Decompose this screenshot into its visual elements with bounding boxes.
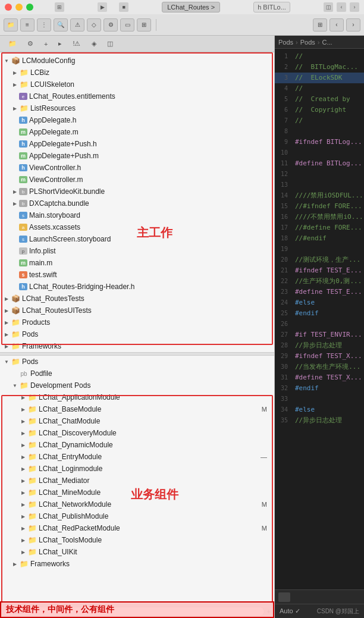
tree-item-pods-nav[interactable]: 📁 Pods xyxy=(0,328,274,340)
maximize-button[interactable] xyxy=(26,4,33,11)
tree-item-pods-frameworks[interactable]: 📁 Frameworks xyxy=(0,558,274,570)
table-btn[interactable]: ⊞ xyxy=(137,18,151,32)
tree-item-redpacketmodule[interactable]: 📁 LChat_RedPacketModule M xyxy=(0,522,274,534)
label-info-plist: Info.plist xyxy=(29,247,56,255)
tree-item-dxcaptcha[interactable]: b DXCaptcha.bundle xyxy=(0,197,274,209)
minimize-button[interactable] xyxy=(15,4,23,11)
tree-item-routestests[interactable]: 📦 LChat_RoutesTests xyxy=(0,293,274,305)
code-line-24: 24 #else xyxy=(275,297,364,308)
list-btn[interactable]: ≡ xyxy=(20,18,34,32)
panel-tab-1[interactable]: 📁 xyxy=(4,39,21,49)
search-btn[interactable]: 🔍 xyxy=(54,18,68,32)
breadcrumb-pods2[interactable]: Pods xyxy=(300,39,315,46)
inspector-btn[interactable]: ‹ xyxy=(330,18,344,32)
chevron-mediator xyxy=(19,476,27,485)
bundle-icon-plshortvideo: b xyxy=(19,188,27,195)
label-pods-section: Pods xyxy=(22,357,38,366)
podfile-icon: pb xyxy=(19,369,29,378)
folder-icon-lcuiskeleton: 📁 xyxy=(19,80,29,89)
breadcrumb-c[interactable]: C... xyxy=(322,39,332,46)
tree-item-networkmodule[interactable]: 📁 LChat_NetworkModule M xyxy=(0,498,274,510)
tree-item-appdelegate-push-m[interactable]: m AppDelegate+Push.m xyxy=(0,150,274,162)
folder-btn[interactable]: 📁 xyxy=(4,18,18,32)
panel-tab-2[interactable]: ⚙ xyxy=(23,39,38,49)
tree-item-assets[interactable]: a Assets.xcassets xyxy=(0,221,274,233)
label-discoverymodule: LChat_DiscoveryModule xyxy=(39,429,117,437)
tree-item-frameworks[interactable]: 📁 Frameworks xyxy=(0,340,274,352)
tree-item-plshortvideo[interactable]: b PLShortVideoKit.bundle xyxy=(0,186,274,197)
tree-item-appdelegate-push-h[interactable]: h AppDelegate+Push.h xyxy=(0,138,274,150)
tree-btn[interactable]: ⋮ xyxy=(37,18,51,32)
tree-item-appmodule[interactable]: 📁 LChat_ApplicationModule xyxy=(0,391,274,403)
tree-item-bridging-header[interactable]: h LChat_Routes-Bridging-Header.h xyxy=(0,281,274,293)
warning-btn[interactable]: ⚠ xyxy=(70,18,84,32)
tree-item-dev-pods[interactable]: 📁 Development Pods xyxy=(0,379,274,391)
storyboard-icon-main: s xyxy=(19,212,27,219)
tree-item-test-swift[interactable]: s test.swift xyxy=(0,269,274,281)
tree-item-entrymodule[interactable]: 📁 LChat_EntryModule — xyxy=(0,451,274,463)
folder-icon-listresources: 📁 xyxy=(19,104,29,112)
panel-tab-3[interactable]: + xyxy=(39,39,52,49)
panel-tab-4[interactable]: ▸ xyxy=(54,39,67,49)
code-editor[interactable]: 1 // 2 // BITLogMac... 3 // ELockSDK 4 /… xyxy=(275,49,364,589)
tree-item-appdelegate-h[interactable]: h AppDelegate.h xyxy=(0,114,274,126)
tree-item-mediator[interactable]: 📁 LChat_Mediator xyxy=(0,475,274,487)
chevron-lcbiz xyxy=(11,68,19,77)
nav-forward[interactable]: › xyxy=(350,2,359,12)
code-line-21: 21 #ifndef TEST_E... xyxy=(275,265,364,276)
tree-item-pods-section[interactable]: 📁 Pods xyxy=(0,356,274,368)
tree-item-discoverymodule[interactable]: 📁 LChat_DiscoveryModule xyxy=(0,427,274,439)
tree-item-lcmoduleconfig[interactable]: 📦 LCModuleConfig xyxy=(0,55,274,67)
tree-item-entitlements[interactable]: e LChat_Routes.entitlements xyxy=(0,90,274,102)
tree-item-chatmodule[interactable]: 📁 LChat_ChatModule xyxy=(0,415,274,427)
rect-btn[interactable]: ▭ xyxy=(120,18,134,32)
tree-item-main-m[interactable]: m main.m xyxy=(0,257,274,269)
tree-item-minemodule[interactable]: 📁 LChat_MineModule xyxy=(0,487,274,498)
close-button[interactable] xyxy=(5,4,12,11)
diamond-btn[interactable]: ◇ xyxy=(87,18,101,32)
bottom-annotation-middleware: 技术组件，中间件，公有组件 xyxy=(0,601,274,618)
window-btn-1[interactable]: ⊞ xyxy=(55,2,64,12)
copyright-label: Copyright xyxy=(311,106,347,114)
code-line-3: 3 // ELockSDK xyxy=(275,73,364,83)
minimap-btn[interactable] xyxy=(278,592,290,602)
tree-item-publishmodule[interactable]: 📁 LChat_PublishModule xyxy=(0,510,274,522)
tree-item-dynamicmodule[interactable]: 📁 LChat_DynamicModule xyxy=(0,439,274,451)
grid-btn[interactable]: ⊞ xyxy=(313,18,327,32)
chevron-dev-pods xyxy=(11,381,19,390)
tree-item-basemodule[interactable]: 📁 LChat_BaseModule M xyxy=(0,403,274,415)
tree-item-uikit[interactable]: 📁 LChat_UIKit xyxy=(0,546,274,558)
chevron-routestests xyxy=(2,294,11,303)
code-line-20: 20 //测试环境，生产... xyxy=(275,255,364,265)
panel-tab-7[interactable]: ◫ xyxy=(102,39,118,49)
chevron-entrymodule xyxy=(19,453,27,461)
tree-item-toolsmodule[interactable]: 📁 LChat_ToolsModule xyxy=(0,534,274,546)
panel-tab-6[interactable]: ◈ xyxy=(87,39,101,49)
inspector-btn2[interactable]: › xyxy=(346,18,360,32)
code-line-4: 4 // xyxy=(275,83,364,94)
label-lcmoduleconfig: LCModuleConfig xyxy=(22,57,75,65)
tree-item-loginmodule[interactable]: 📁 LChat_Loginmodule xyxy=(0,463,274,475)
tree-item-viewcontroller-h[interactable]: h ViewController.h xyxy=(0,162,274,174)
tree-item-appdelegate-m[interactable]: m AppDelegate.m xyxy=(0,126,274,138)
entitlement-icon: e xyxy=(19,93,27,100)
breadcrumb-pods[interactable]: Pods xyxy=(278,39,293,46)
tree-item-routesuitests[interactable]: 📦 LChat_RoutesUITests xyxy=(0,305,274,316)
nav-back[interactable]: ‹ xyxy=(337,2,346,12)
run-btn[interactable]: ▶ xyxy=(98,2,107,12)
tree-item-viewcontroller-m[interactable]: m ViewController.m xyxy=(0,174,274,186)
tree-item-listresources[interactable]: 📁 ListResources xyxy=(0,102,274,114)
tree-item-podfile[interactable]: pb Podfile xyxy=(0,368,274,379)
layout-btn[interactable]: ◫ xyxy=(324,2,333,12)
settings-btn[interactable]: ⚙ xyxy=(103,18,118,32)
tree-item-products[interactable]: 📁 Products xyxy=(0,316,274,328)
tree-item-launchscreen[interactable]: s LaunchScreen.storyboard xyxy=(0,233,274,245)
panel-tab-5[interactable]: !⚠ xyxy=(68,39,85,49)
badge-entrymodule: — xyxy=(261,453,269,460)
tree-item-lcuiskeleton[interactable]: 📁 LCUISkeleton xyxy=(0,79,274,90)
chevron-test-swift xyxy=(11,271,19,279)
stop-btn[interactable]: ■ xyxy=(119,2,128,12)
tree-item-info-plist[interactable]: p Info.plist xyxy=(0,245,274,257)
tree-item-main-storyboard[interactable]: s Main.storyboard xyxy=(0,209,274,221)
tree-item-lcbiz[interactable]: 📁 LCBiz xyxy=(0,67,274,79)
